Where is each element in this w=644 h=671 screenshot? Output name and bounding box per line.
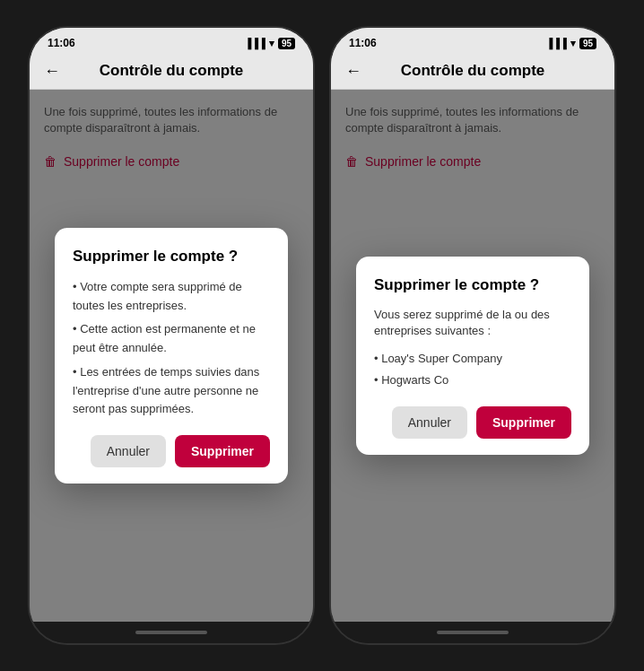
back-arrow-1[interactable]: ←	[44, 62, 60, 81]
company-1: • Loay's Super Company	[374, 348, 571, 369]
time-label-2: 11:06	[349, 37, 377, 49]
page-header-2: ← Contrôle du compte	[331, 53, 614, 90]
modal-intro-text: Vous serez supprimé de la ou des entrepr…	[374, 307, 571, 339]
modal-card-2: Supprimer le compte ? Vous serez supprim…	[356, 257, 589, 455]
page-header-1: ← Contrôle du compte	[30, 53, 313, 90]
modal-actions-2: Annuler Supprimer	[374, 406, 571, 439]
status-bar-2: 11:06 ▐▐▐ ▾ 95	[331, 28, 614, 53]
modal-actions-1: Annuler Supprimer	[73, 435, 270, 467]
status-icons-1: ▐▐▐ ▾ 95	[244, 38, 295, 49]
battery-badge-2: 95	[579, 38, 596, 49]
company-2: • Hogwarts Co	[374, 370, 571, 390]
home-bar-2	[437, 631, 509, 634]
home-indicator-1	[30, 622, 313, 643]
modal-companies: Vous serez supprimé de la ou des entrepr…	[374, 307, 571, 390]
modal-title-2: Supprimer le compte ?	[374, 276, 571, 294]
phone-screen-1: 11:06 ▐▐▐ ▾ 95 ← Contrôle du compte Une …	[30, 28, 313, 622]
modal-card-1: Supprimer le compte ? • Votre compte ser…	[55, 228, 288, 484]
wifi-icon-2: ▾	[570, 38, 576, 49]
page-content-2: Une fois supprimé, toutes les informatio…	[331, 90, 614, 622]
modal-overlay-1: Supprimer le compte ? • Votre compte ser…	[30, 90, 313, 622]
signal-icon-2: ▐▐▐	[545, 38, 566, 48]
delete-button-2[interactable]: Supprimer	[476, 406, 571, 439]
back-arrow-2[interactable]: ←	[345, 62, 361, 81]
modal-bullet1: • Votre compte sera supprimé de toutes l…	[73, 278, 270, 316]
modal-bullet2: • Cette action est permanente et ne peut…	[73, 320, 270, 358]
modal-overlay-2: Supprimer le compte ? Vous serez supprim…	[331, 90, 614, 622]
page-content-1: Une fois supprimé, toutes les informatio…	[30, 90, 313, 622]
modal-bullet3: • Les entrées de temps suivies dans l'en…	[73, 363, 270, 419]
header-title-2: Contrôle du compte	[401, 62, 545, 80]
header-title-1: Contrôle du compte	[100, 62, 244, 80]
cancel-button-2[interactable]: Annuler	[392, 406, 467, 439]
phone-2: 11:06 ▐▐▐ ▾ 95 ← Contrôle du compte Une …	[329, 26, 616, 645]
modal-title-1: Supprimer le compte ?	[73, 248, 270, 266]
modal-body-1: • Votre compte sera supprimé de toutes l…	[73, 278, 270, 420]
home-indicator-2	[331, 622, 614, 643]
battery-badge-1: 95	[278, 38, 295, 49]
status-bar-1: 11:06 ▐▐▐ ▾ 95	[30, 28, 313, 53]
home-bar-1	[135, 631, 207, 634]
phone-1: 11:06 ▐▐▐ ▾ 95 ← Contrôle du compte Une …	[28, 26, 315, 645]
time-label-1: 11:06	[48, 37, 75, 49]
wifi-icon-1: ▾	[269, 38, 274, 49]
signal-icon-1: ▐▐▐	[244, 38, 265, 48]
phone-screen-2: 11:06 ▐▐▐ ▾ 95 ← Contrôle du compte Une …	[331, 28, 614, 622]
delete-button-1[interactable]: Supprimer	[175, 435, 270, 467]
status-icons-2: ▐▐▐ ▾ 95	[545, 38, 596, 49]
cancel-button-1[interactable]: Annuler	[91, 435, 166, 467]
